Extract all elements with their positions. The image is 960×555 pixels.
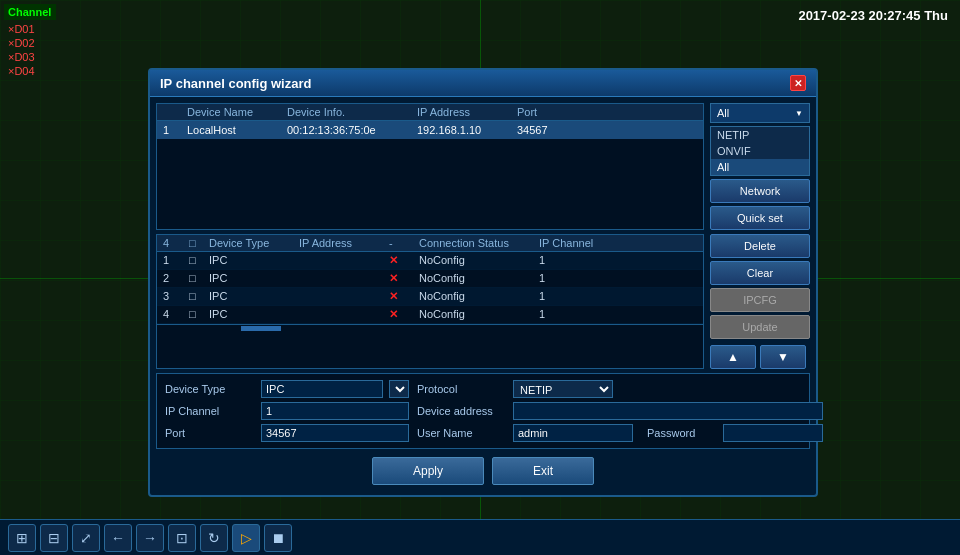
br1-check[interactable]: □ bbox=[187, 254, 207, 267]
network-button[interactable]: Network bbox=[710, 179, 810, 203]
bcol-check: □ bbox=[187, 237, 207, 249]
protocol-row: Protocol NETIP bbox=[417, 380, 823, 398]
br2-num: 2 bbox=[161, 272, 187, 285]
password-label: Password bbox=[647, 427, 717, 439]
quick-set-button[interactable]: Quick set bbox=[710, 206, 810, 230]
taskbar-grid-view[interactable]: ⊟ bbox=[40, 524, 68, 552]
dialog-title-bar: IP channel config wizard ✕ bbox=[150, 70, 816, 97]
nav-down-button[interactable]: ▼ bbox=[760, 345, 806, 369]
br2-check[interactable]: □ bbox=[187, 272, 207, 285]
channel-item-d03[interactable]: ×D03 bbox=[4, 50, 56, 64]
added-channels-panel: 4 □ Device Type IP Address - Connection … bbox=[156, 234, 704, 369]
br3-status: NoConfig bbox=[417, 290, 537, 303]
br3-status-icon: ✕ bbox=[387, 290, 417, 303]
discovered-devices-panel: Device Name Device Info. IP Address Port… bbox=[156, 103, 704, 230]
br4-ip bbox=[297, 308, 387, 321]
device-type-select[interactable] bbox=[389, 380, 409, 398]
channel-item-d02[interactable]: ×D02 bbox=[4, 36, 56, 50]
channel-title: Channel bbox=[4, 4, 56, 20]
filter-onvif[interactable]: ONVIF bbox=[711, 143, 809, 159]
taskbar-forward[interactable]: → bbox=[136, 524, 164, 552]
update-button[interactable]: Update bbox=[710, 315, 810, 339]
bottom-actions: Apply Exit bbox=[156, 453, 810, 489]
taskbar-stop[interactable]: ⏹ bbox=[264, 524, 292, 552]
bcol-channel: IP Channel bbox=[537, 237, 617, 249]
br2-ip bbox=[297, 272, 387, 285]
top-right-panel: All ▼ NETIP ONVIF All Network Quick set bbox=[710, 103, 810, 230]
device-type-row: Device Type bbox=[165, 380, 409, 398]
port-input[interactable] bbox=[261, 424, 409, 442]
br1-type: IPC bbox=[207, 254, 297, 267]
br1-num: 1 bbox=[161, 254, 187, 267]
br3-check[interactable]: □ bbox=[187, 290, 207, 303]
protocol-select[interactable]: NETIP bbox=[513, 380, 613, 398]
device-address-input[interactable] bbox=[513, 402, 823, 420]
ip-channel-row: IP Channel bbox=[165, 402, 409, 420]
filter-netip[interactable]: NETIP bbox=[711, 127, 809, 143]
password-input[interactable] bbox=[723, 424, 823, 442]
port-label: Port bbox=[165, 427, 255, 439]
row-name: LocalHost bbox=[185, 124, 285, 136]
device-type-input[interactable] bbox=[261, 380, 383, 398]
br2-channel: 1 bbox=[537, 272, 617, 285]
taskbar-refresh[interactable]: ↻ bbox=[200, 524, 228, 552]
user-name-row: User Name Password bbox=[417, 424, 823, 442]
taskbar-play[interactable]: ▷ bbox=[232, 524, 260, 552]
user-name-input[interactable] bbox=[513, 424, 633, 442]
br3-type: IPC bbox=[207, 290, 297, 303]
added-channel-row-4[interactable]: 4 □ IPC ✕ NoConfig 1 bbox=[157, 306, 703, 324]
br1-status: NoConfig bbox=[417, 254, 537, 267]
br4-channel: 1 bbox=[537, 308, 617, 321]
device-form: Device Type Protocol NETIP IP Channel De… bbox=[156, 373, 810, 449]
added-channel-row-2[interactable]: 2 □ IPC ✕ NoConfig 1 bbox=[157, 270, 703, 288]
filter-menu: NETIP ONVIF All bbox=[710, 126, 810, 176]
top-table-header: Device Name Device Info. IP Address Port bbox=[157, 104, 703, 121]
discovered-device-row[interactable]: 1 LocalHost 00:12:13:36:75:0e 192.168.1.… bbox=[157, 121, 703, 139]
added-channel-row-3[interactable]: 3 □ IPC ✕ NoConfig 1 bbox=[157, 288, 703, 306]
apply-button[interactable]: Apply bbox=[372, 457, 484, 485]
ipcfg-button[interactable]: IPCFG bbox=[710, 288, 810, 312]
channel-item-d04[interactable]: ×D04 bbox=[4, 64, 56, 78]
row-info: 00:12:13:36:75:0e bbox=[285, 124, 415, 136]
col-num bbox=[161, 106, 185, 118]
dialog-body: Device Name Device Info. IP Address Port… bbox=[150, 97, 816, 495]
clear-button[interactable]: Clear bbox=[710, 261, 810, 285]
row-port: 34567 bbox=[515, 124, 575, 136]
channel-item-d01[interactable]: ×D01 bbox=[4, 22, 56, 36]
br4-type: IPC bbox=[207, 308, 297, 321]
exit-button[interactable]: Exit bbox=[492, 457, 594, 485]
nav-buttons: ▲ ▼ bbox=[710, 345, 810, 369]
taskbar: ⊞ ⊟ ⤢ ← → ⊡ ↻ ▷ ⏹ bbox=[0, 519, 960, 555]
filter-dropdown[interactable]: All ▼ bbox=[710, 103, 810, 123]
bcol-num: 4 bbox=[161, 237, 187, 249]
protocol-label: Protocol bbox=[417, 383, 507, 395]
br4-check[interactable]: □ bbox=[187, 308, 207, 321]
delete-button[interactable]: Delete bbox=[710, 234, 810, 258]
br2-type: IPC bbox=[207, 272, 297, 285]
close-button[interactable]: ✕ bbox=[790, 75, 806, 91]
scrollbar[interactable] bbox=[157, 324, 703, 332]
datetime-display: 2017-02-23 20:27:45 Thu bbox=[798, 8, 948, 23]
taskbar-back[interactable]: ← bbox=[104, 524, 132, 552]
br2-status: NoConfig bbox=[417, 272, 537, 285]
added-right-panel: Delete Clear IPCFG Update ▲ ▼ bbox=[710, 234, 810, 369]
top-section: Device Name Device Info. IP Address Port… bbox=[156, 103, 810, 230]
added-channel-row-1[interactable]: 1 □ IPC ✕ NoConfig 1 bbox=[157, 252, 703, 270]
taskbar-display[interactable]: ⊡ bbox=[168, 524, 196, 552]
nav-up-button[interactable]: ▲ bbox=[710, 345, 756, 369]
channel-sidebar: Channel ×D01 ×D02 ×D03 ×D04 bbox=[0, 0, 60, 82]
scroll-thumb bbox=[241, 326, 281, 331]
filter-all[interactable]: All bbox=[711, 159, 809, 175]
taskbar-main-menu[interactable]: ⊞ bbox=[8, 524, 36, 552]
row-num: 1 bbox=[161, 124, 185, 136]
br4-num: 4 bbox=[161, 308, 187, 321]
filter-selected: All bbox=[717, 107, 729, 119]
bcol-ip: IP Address bbox=[297, 237, 387, 249]
col-device-name: Device Name bbox=[185, 106, 285, 118]
br3-ip bbox=[297, 290, 387, 303]
ip-channel-config-dialog: IP channel config wizard ✕ Device Name D… bbox=[148, 68, 818, 497]
ip-channel-input[interactable] bbox=[261, 402, 409, 420]
taskbar-fullscreen[interactable]: ⤢ bbox=[72, 524, 100, 552]
br1-channel: 1 bbox=[537, 254, 617, 267]
dropdown-arrow-icon: ▼ bbox=[795, 109, 803, 118]
